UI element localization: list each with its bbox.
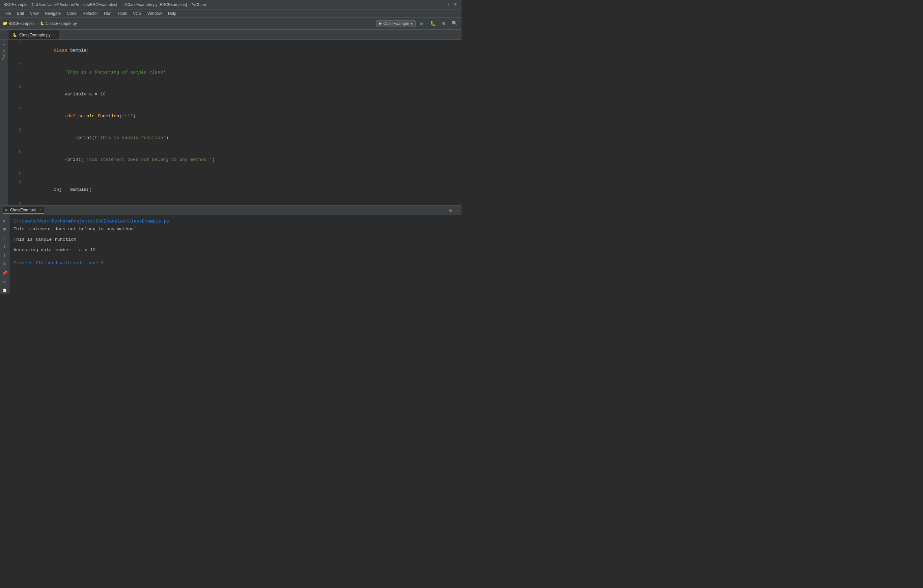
line-content-9[interactable]: obj.sample_function() <box>25 201 462 205</box>
line-content-8[interactable]: obj = Sample() <box>25 179 462 201</box>
run-pin-btn[interactable]: 📌 <box>1 269 8 277</box>
run-print-btn[interactable]: 🖶 <box>1 260 8 268</box>
menu-run[interactable]: Run <box>101 10 114 16</box>
sample-call: Sample <box>70 187 87 192</box>
code-line-9: 9 obj.sample_function() <box>8 201 462 205</box>
dropdown-arrow: ▾ <box>411 21 412 26</box>
maximize-button[interactable]: □ <box>445 2 450 7</box>
code-line-8: 8 obj = Sample() <box>8 179 462 201</box>
line-content-3[interactable]: variable_a = 10 <box>25 84 462 105</box>
menu-edit[interactable]: Edit <box>14 10 27 16</box>
print-builtin-6: print <box>67 157 81 162</box>
menu-view[interactable]: View <box>27 10 41 16</box>
run-tab-classexample[interactable]: ▶ ClassExample × <box>3 207 44 214</box>
minimize-button[interactable]: – <box>437 2 442 7</box>
run-tab-icon: ▶ <box>5 208 8 212</box>
line-content-6[interactable]: ▾print('This statement does not belong t… <box>25 149 462 171</box>
line-content-4[interactable]: ▾def sample_function(self): <box>25 105 462 127</box>
menu-code[interactable]: Code <box>64 10 79 16</box>
keyword-def: def <box>67 114 78 119</box>
line-num-6: 6 <box>8 149 25 171</box>
file-tab-classexample[interactable]: 🐍 ClassExample.py × <box>8 30 59 39</box>
run-button[interactable]: ▶ <box>418 19 426 28</box>
menu-navigate[interactable]: Navigate <box>42 10 63 16</box>
class-name: Sample <box>70 48 87 53</box>
run-stop-btn[interactable]: ■ <box>1 226 8 233</box>
output-path-text: C:/Users/User/PycharmProjects/BSCExample… <box>13 219 169 224</box>
indent-6 <box>54 157 64 162</box>
breadcrumb: 📁 BSCExamples › 🐍 ClassExample.py <box>3 21 77 26</box>
line-num-2: 2 <box>8 62 25 84</box>
run-play-btn[interactable]: ▶ <box>1 217 8 224</box>
sidebar-structure-icon[interactable]: 1 <box>1 41 7 48</box>
breadcrumb-project[interactable]: 📁 BSCExamples <box>3 21 34 26</box>
func-name: sample_function <box>78 114 120 119</box>
colon: : <box>86 48 89 53</box>
fold-arrow-5[interactable]: ▾ <box>76 136 77 140</box>
menu-tools[interactable]: Tools <box>115 10 130 16</box>
code-editor[interactable]: 1 class Sample: 2 'This is a Docstring o… <box>8 40 462 205</box>
run-sidebar: ▶ ■ ↺ ⤓ ⤒ 🖶 📌 ⊟ 📋 🗑 <box>0 215 10 294</box>
line-num-5: 5 <box>8 127 25 149</box>
menu-help[interactable]: Help <box>165 10 179 16</box>
menu-bar: File Edit View Navigate Code Refactor Ru… <box>0 10 462 18</box>
close-button[interactable]: × <box>453 2 458 7</box>
line-content-7[interactable] <box>25 171 462 179</box>
title-controls: – □ × <box>437 2 458 7</box>
sample-parens: () <box>86 187 92 192</box>
run-scroll-start-btn[interactable]: ⤒ <box>1 252 8 259</box>
print-builtin-5: print <box>78 135 92 140</box>
indent-4 <box>54 114 64 119</box>
output-text-2: This is sample function <box>13 237 76 242</box>
breadcrumb-file[interactable]: 🐍 ClassExample.py <box>40 21 77 26</box>
string-6: 'This statement does not belong to any m… <box>84 157 212 162</box>
sidebar-project-label[interactable]: Project <box>2 49 7 62</box>
menu-window[interactable]: Window <box>145 10 164 16</box>
main-area: 1 Project 1 class Sample: 2 'This is a D… <box>0 40 462 205</box>
line-content-5[interactable]: ▾print(f'This is sample function') <box>25 127 462 149</box>
debug-button[interactable]: 🐛 <box>429 19 437 28</box>
search-button[interactable]: 🔍 <box>450 19 459 28</box>
settings-icon[interactable]: ⚙ <box>448 207 452 214</box>
run-panel: ▶ ClassExample × ⚙ − ▶ ■ ↺ ⤓ ⤒ 🖶 📌 ⊟ 📋 🗑… <box>0 205 462 294</box>
file-tab-close[interactable]: × <box>53 33 55 37</box>
p6-close: ) <box>212 157 215 162</box>
indent-2 <box>54 70 64 75</box>
line-content-2[interactable]: 'This is a Docstring of sample class' <box>25 62 462 84</box>
menu-file[interactable]: File <box>2 10 13 16</box>
code-line-6: 6 ▾print('This statement does not belong… <box>8 149 462 171</box>
fold-arrow-6[interactable]: ▾ <box>64 158 66 162</box>
number-10: 10 <box>100 92 105 97</box>
run-config-dropdown[interactable]: ▶ ClassExample ▾ <box>376 20 416 27</box>
output-line-blank1 <box>13 233 457 236</box>
line-content-1[interactable]: class Sample: <box>25 40 462 62</box>
menu-refactor[interactable]: Refactor <box>80 10 100 16</box>
run-softref-btn[interactable]: ⊟ <box>1 278 8 285</box>
paren-open: ( <box>119 114 122 119</box>
run-rerun-btn[interactable]: ↺ <box>1 235 8 242</box>
line-num-9: 9 <box>8 201 25 205</box>
run-tab-close[interactable]: × <box>39 208 41 212</box>
output-line-blank3 <box>13 254 457 260</box>
menu-vcs[interactable]: VCS <box>130 10 144 16</box>
breadcrumb-file-label: ClassExample.py <box>46 21 77 26</box>
run-tab-label: ClassExample <box>10 208 36 213</box>
var-a: variable_a = <box>64 92 100 97</box>
output-line-2: This is sample function <box>13 236 457 244</box>
stop-button[interactable]: ■ <box>439 19 448 28</box>
fold-arrow-4[interactable]: ▾ <box>64 115 66 118</box>
run-scroll-end-btn[interactable]: ⤓ <box>1 243 8 251</box>
docstring: 'This is a Docstring of sample class' <box>64 70 166 75</box>
minimize-panel-icon[interactable]: − <box>455 207 459 214</box>
output-line-blank2 <box>13 244 457 246</box>
output-line-process: Process finished with exit code 0 <box>13 260 457 267</box>
output-line-path: C:/Users/User/PycharmProjects/BSCExample… <box>13 218 457 226</box>
breadcrumb-sep1: › <box>36 21 38 26</box>
title-bar: BSCExamples [C:\Users\User\PycharmProjec… <box>0 0 462 10</box>
line-num-3: 3 <box>8 84 25 105</box>
run-copy-btn[interactable]: 📋 <box>1 287 8 294</box>
file-tab-label: ClassExample.py <box>19 33 51 38</box>
code-line-2: 2 'This is a Docstring of sample class' <box>8 62 462 84</box>
line-num-1: 1 <box>8 40 25 62</box>
toolbar: 📁 BSCExamples › 🐍 ClassExample.py ▶ Clas… <box>0 18 462 29</box>
